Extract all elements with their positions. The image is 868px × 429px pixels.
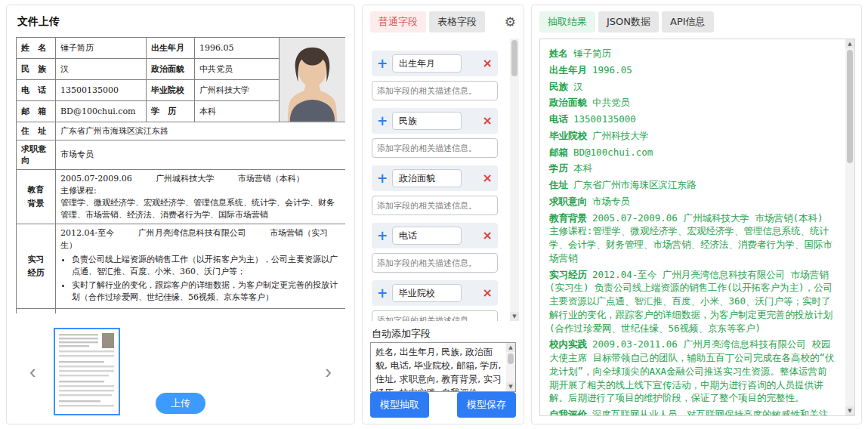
tab-json-data[interactable]: JSON数据 [598,11,659,32]
result-label: 自我评价 [549,409,587,415]
field-desc-input[interactable] [372,81,498,100]
result-item: 邮箱BD@100chui.com [549,146,836,159]
table-row: 教育背景 2005.07-2009.06 广州城科技大学 市场营销（本科） 主修… [17,169,346,224]
result-label: 住址 [549,179,568,190]
internship-headline: 2012.04-至今 广州月亮湾信息科技有限公司 市场营销（实习生） [60,227,341,252]
field-desc-input[interactable] [372,253,498,273]
education-content: 2005.07-2009.06 广州城科技大学 市场营销（本科） 主修课程: 管… [56,169,346,224]
field-item-header: + × [372,223,498,248]
field-label: 求职意向 [17,140,56,169]
field-label: 姓 名 [17,38,56,59]
field-value: 广州科技大学 [195,79,280,100]
remove-field-icon[interactable]: × [483,57,493,69]
field-item-header: + × [372,165,498,191]
scrollbar-thumb[interactable] [511,40,517,76]
field-name-input[interactable] [392,227,462,245]
results-content: 姓名锤子简历 出生年月1996.05 民族汉 政治面貌中共党员 电话135001… [540,39,844,415]
remove-field-icon[interactable]: × [483,172,493,184]
result-label: 毕业院校 [549,130,587,141]
education-period: 2005.07-2009.06 [60,174,132,184]
remove-field-icon[interactable]: × [483,230,493,242]
result-value: 2009.03-2011.06 广州月亮湾信息科技有限公司 校园大使主席 目标带… [549,338,835,403]
add-field-icon[interactable]: + [377,57,389,70]
campus-content: 2009.03-2011.06 广州月亮湾信息科技有限公司 校园大使主席 [56,308,346,313]
add-field-icon[interactable]: + [377,115,389,128]
results-panel: 抽取结果 JSON数据 API信息 姓名锤子简历 出生年月1996.05 民族汉… [531,5,862,424]
field-label: 邮 箱 [17,100,56,122]
result-value: 锤子简历 [573,48,611,59]
result-item: 求职意向市场专员 [549,195,836,208]
page-thumbnail[interactable] [54,328,120,415]
add-field-icon[interactable]: + [377,287,389,300]
field-desc-input[interactable] [372,310,498,321]
prev-page-button[interactable]: ‹ [26,362,39,381]
fields-tabbar: 普通字段 表格字段 ⚙ [370,11,516,32]
model-save-button[interactable]: 模型保存 [457,392,516,418]
extraction-results: 姓名锤子简历 出生年月1996.05 民族汉 政治面貌中共党员 电话135001… [539,39,855,416]
field-desc-input[interactable] [372,138,498,158]
result-item: 校内实践2009.03-2011.06 广州月亮湾信息科技有限公司 校园大使主席… [549,338,836,405]
result-value: 13500135000 [573,113,636,125]
scroll-up-button[interactable]: ▲ [506,343,515,352]
panel-title: 文件上传 [17,15,60,29]
add-field-icon[interactable]: + [377,230,389,242]
result-label: 求职意向 [549,196,587,207]
scrollbar-thumb[interactable] [847,50,853,163]
field-label: 民 族 [17,58,56,79]
result-label: 学历 [549,162,568,174]
tab-normal-fields[interactable]: 普通字段 [370,11,426,32]
tab-table-fields[interactable]: 表格字段 [429,11,485,32]
remove-field-icon[interactable]: × [483,115,493,127]
settings-gear-icon[interactable]: ⚙ [505,16,516,29]
table-row: 校内实践 2009.03-2011.06 广州月亮湾信息科技有限公司 校园大使主… [17,308,346,313]
education-headline: 2005.07-2009.06 广州城科技大学 市场营销（本科） [60,173,341,185]
field-desc-input[interactable] [372,196,498,215]
result-value: 市场专员 [592,196,630,207]
field-name-input[interactable] [392,54,462,73]
auto-add-textarea[interactable] [371,343,505,391]
result-value: 1996.05 [592,64,632,76]
field-label-text: 校内实践 [27,312,45,313]
field-value: 市场专员 [56,140,346,169]
results-tabbar: 抽取结果 JSON数据 API信息 [539,11,854,32]
field-name-input[interactable] [392,169,462,187]
education-major: 市场营销（本科） [238,174,304,184]
field-item-header: + × [372,51,498,76]
field-name-input[interactable] [392,112,462,130]
field-label: 电 话 [17,79,56,100]
result-item: 姓名锤子简历 [549,47,836,60]
scroll-up-button[interactable]: ▲ [845,39,854,48]
scrollbar[interactable]: ▼ [510,39,519,321]
field-label-text: 实习经历 [27,253,45,279]
model-extract-button[interactable]: 模型抽取 [370,392,429,418]
scrollbar-thumb[interactable] [508,353,514,364]
scroll-down-button[interactable]: ▼ [506,382,515,391]
table-row: 姓 名 锤子简历 出生年月 1996.05 [17,38,346,59]
field-value: 广东省广州市海珠区滨江东路 [56,122,346,140]
field-name-input[interactable] [392,284,462,302]
add-field-icon[interactable]: + [377,172,389,185]
scrollbar[interactable]: ▲ ▼ [506,343,515,391]
tab-api-info[interactable]: API信息 [662,11,714,32]
result-item: 实习经历2012.04-至今 广州月亮湾信息科技有限公司 市场营销(实习生) 负… [549,268,836,335]
upload-panel: 文件上传 姓 名 锤子简历 出生年月 1996.05 民 族 [6,5,355,424]
scroll-down-button[interactable]: ▼ [510,312,519,321]
field-value: 汉 [56,58,147,79]
remove-field-icon[interactable]: × [483,287,493,299]
result-item: 住址广东省广州市海珠区滨江东路 [549,178,836,192]
internship-bullet: 实时了解行业的变化，跟踪客户的详细数据，为客户制定更完善的投放计划（合作过珍爱网… [72,279,341,303]
tab-extract-result[interactable]: 抽取结果 [539,11,595,32]
auto-add-box: ▲ ▼ [370,342,516,392]
upload-button[interactable]: 上传 [156,393,205,414]
fields-panel: 普通字段 表格字段 ⚙ + × + × + × [362,5,524,424]
internship-period: 2012.04-至今 [60,228,114,238]
field-label-text: 教育背景 [27,184,45,210]
result-item: 政治面貌中共党员 [549,96,836,110]
field-value: 锤子简历 [56,38,147,59]
field-value: 1996.05 [195,38,280,59]
scrollbar[interactable]: ▲ ▼ [845,39,854,415]
scroll-down-button[interactable]: ▼ [845,406,854,415]
next-page-button[interactable]: › [322,362,335,381]
thumbnail-image [55,329,119,414]
document-preview[interactable]: 姓 名 锤子简历 出生年月 1996.05 民 族 汉 政治面貌 中共党员 [16,37,345,313]
